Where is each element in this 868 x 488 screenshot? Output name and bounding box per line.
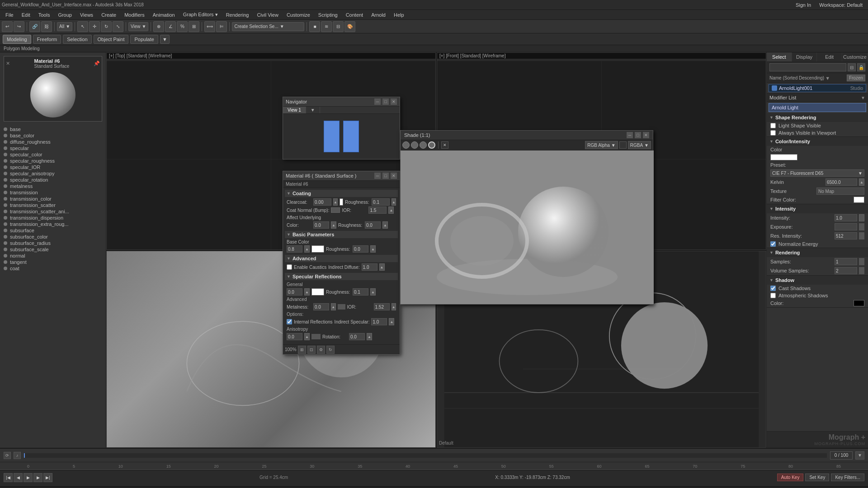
attr-specular[interactable]: specular [2, 145, 104, 151]
timeline-loop-btn[interactable]: ⟳ [4, 452, 11, 459]
tab-modeling[interactable]: Modeling [3, 35, 31, 44]
menu-create[interactable]: Create [98, 10, 120, 20]
sign-in-btn[interactable]: Sign In [792, 0, 815, 10]
attr-transmission-scatter-ani[interactable]: transmission_scatter_ani... [2, 208, 104, 215]
rendering-title[interactable]: ▼ Rendering [767, 248, 868, 257]
settings-btn[interactable]: ⚙ [317, 346, 325, 354]
selection-set-dropdown[interactable]: Create Selection Se... ▼ [232, 22, 304, 31]
spec-roughness-spinner[interactable]: ▲ [370, 288, 376, 296]
mirror-btn[interactable]: ⟺ [204, 21, 215, 32]
arnold-mode-btn1[interactable] [402, 141, 410, 149]
cie-dropdown[interactable]: CIE F7 - Fluorescent D65 ▼ [770, 169, 864, 177]
affect-roughness-spinner[interactable]: ▲ [382, 221, 388, 229]
kelvin-input[interactable] [826, 178, 857, 186]
link-btn[interactable]: 🔗 [29, 21, 40, 32]
redo-btn[interactable]: ↪ [14, 21, 24, 32]
attr-tangent[interactable]: tangent [2, 259, 104, 265]
menu-group[interactable]: Group [54, 10, 75, 20]
rotation-spinner[interactable]: ▲ [367, 333, 372, 340]
intensity-title[interactable]: ▼ Intensity [767, 204, 868, 213]
percent-snap-btn[interactable]: % [177, 21, 188, 32]
menu-edit[interactable]: Edit [18, 10, 34, 20]
schematic-view-btn[interactable]: ⊟ [333, 21, 344, 32]
timeline-track[interactable] [24, 453, 827, 458]
specular-value-input[interactable] [287, 288, 302, 296]
prev-frame-btn[interactable]: ◀ [14, 473, 23, 482]
attr-subsurface-color[interactable]: subsurface_color [2, 234, 104, 240]
spinner-snap-btn[interactable]: ⊞ [189, 21, 199, 32]
metalness-spinner[interactable]: ▲ [331, 303, 336, 310]
atmospheric-shadows-checkbox[interactable] [770, 293, 776, 298]
attr-base[interactable]: base [2, 126, 104, 132]
ior-input1[interactable] [368, 206, 387, 214]
arnold-mode-btn4[interactable] [428, 141, 435, 149]
tab-customize[interactable]: Customize [842, 52, 868, 61]
channel-dropdown[interactable]: RGB Alpha ▼ [585, 141, 618, 149]
anisotropy-spinner[interactable]: ▲ [304, 333, 310, 340]
base-roughness-input[interactable] [353, 245, 368, 253]
spec-ior-spinner[interactable]: ▲ [392, 303, 396, 310]
lock-btn[interactable]: 🔒 [857, 63, 865, 71]
spec-ior-input[interactable] [374, 303, 390, 310]
affect-roughness-input[interactable] [365, 221, 381, 229]
tab-selection[interactable]: Selection [63, 35, 91, 44]
rotation-input[interactable] [349, 333, 365, 340]
attr-subsurface-scale[interactable]: subsurface_scale [2, 246, 104, 253]
attr-coat[interactable]: coat [2, 265, 104, 272]
clearcoat-input[interactable] [313, 198, 331, 206]
menu-help[interactable]: Help [390, 10, 408, 20]
attr-metalness[interactable]: metalness [2, 183, 104, 189]
attr-specular-anisotropy[interactable]: specular_anisotropy [2, 170, 104, 177]
advanced-header[interactable]: ▼ Advanced [285, 255, 398, 262]
menu-graph-editors[interactable]: Graph Editors ▾ [179, 10, 222, 20]
color-swatch1[interactable] [619, 141, 627, 149]
attr-specular-roughness[interactable]: specular_roughness [2, 158, 104, 164]
menu-civil-view[interactable]: Civil View [253, 10, 282, 20]
indirect-diffuse-spinner[interactable]: ▲ [379, 263, 385, 271]
menu-content[interactable]: Content [342, 10, 367, 20]
attr-diffuse-roughness[interactable]: diffuse_roughness [2, 139, 104, 145]
attr-base-color[interactable]: base_color [2, 132, 104, 139]
attr-specular-rotation[interactable]: specular_rotation [2, 177, 104, 183]
material-maximize-btn[interactable]: □ [382, 173, 389, 179]
attr-specular-color[interactable]: specular_color [2, 151, 104, 158]
go-end-btn[interactable]: ▶| [43, 473, 52, 482]
move-btn[interactable]: ✛ [89, 21, 100, 32]
next-frame-btn[interactable]: ▶ [33, 473, 42, 482]
filter-color-swatch[interactable] [854, 197, 864, 203]
populate-settings-btn[interactable]: ▼ [160, 35, 170, 44]
navigator-view-tab[interactable]: View 1 [283, 107, 306, 113]
set-key-btn[interactable]: Set Key [805, 474, 829, 481]
shape-rendering-title[interactable]: ▼ Shape Rendering [767, 113, 868, 122]
angle-snap-btn[interactable]: ∠ [165, 21, 176, 32]
material-dialog-title-bar[interactable]: Material #6 ( Standard Surface ) ─ □ ✕ [283, 171, 400, 181]
arnold-minimize-btn[interactable]: ─ [627, 132, 633, 138]
base-color-swatch[interactable] [311, 245, 324, 253]
snap-btn[interactable]: ⊕ [153, 21, 164, 32]
attr-specular-ior[interactable]: specular_IOR [2, 164, 104, 170]
arnold-x-btn[interactable]: ✕ [441, 141, 448, 149]
zoom-fit-btn[interactable]: ⊞ [298, 346, 306, 354]
res-intensity-input[interactable] [835, 232, 857, 239]
specular-spinner[interactable]: ▲ [304, 288, 310, 296]
clearcoat-swatch[interactable] [340, 198, 343, 206]
base-input[interactable] [287, 245, 302, 253]
basic-params-header[interactable]: ▼ Basic Parameters [285, 231, 398, 238]
anisotropy-input[interactable] [287, 333, 302, 340]
search-input[interactable] [769, 63, 846, 71]
arnold-close-btn[interactable]: ✕ [643, 132, 649, 138]
metalness-map-btn[interactable] [338, 304, 345, 310]
menu-file[interactable]: File [2, 10, 17, 20]
cast-shadows-checkbox[interactable] [770, 286, 776, 291]
kelvin-spinner[interactable]: ▲ [859, 178, 864, 186]
rotate-btn[interactable]: ↻ [101, 21, 112, 32]
samples-spinner[interactable] [859, 258, 864, 265]
ior-spinner1[interactable]: ▲ [388, 206, 394, 214]
unlink-btn[interactable]: ⛓ [41, 21, 52, 32]
play-btn[interactable]: ▶ [24, 473, 33, 482]
attr-transmission-color[interactable]: transmission_color [2, 196, 104, 202]
key-filter-btn[interactable]: Key Filters... [831, 474, 864, 481]
arnold-window-title-bar[interactable]: Shade (1:1) ─ □ ✕ [401, 131, 653, 140]
viewport-dropdown[interactable]: View ▼ [128, 22, 148, 31]
volume-samples-input[interactable] [835, 267, 857, 274]
